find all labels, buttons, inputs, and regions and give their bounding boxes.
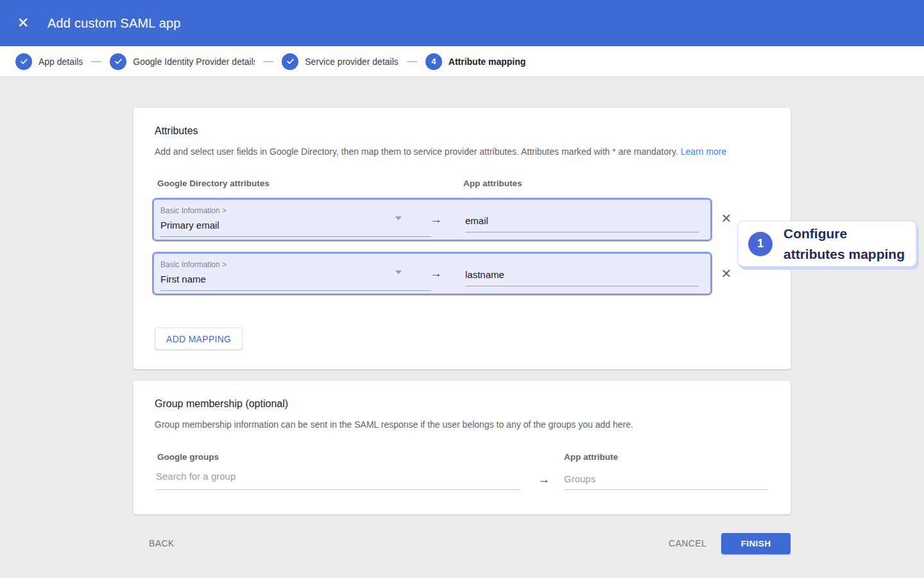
step-separator (407, 61, 417, 62)
group-app-attribute-placeholder: Groups (564, 473, 595, 484)
group-search-input[interactable]: Search for a group (156, 469, 520, 495)
step-google-idp-details[interactable]: Google Identity Provider details (110, 53, 255, 70)
back-button[interactable]: BACK (149, 538, 175, 548)
input-underline (465, 286, 699, 286)
app-header: ✕ Add custom SAML app (0, 0, 924, 46)
column-header-google-groups: Google groups (157, 452, 219, 462)
page-title: Add custom SAML app (47, 16, 181, 31)
app-attribute-input[interactable]: lastname (465, 254, 699, 293)
group-app-attribute-input[interactable]: Groups (564, 473, 767, 499)
group-card-title: Group membership (optional) (155, 398, 288, 410)
input-underline (465, 232, 699, 232)
input-underline (564, 489, 767, 490)
dropdown-arrow-icon (395, 216, 402, 220)
group-membership-card: Group membership (optional) Group member… (133, 381, 791, 514)
remove-mapping-icon[interactable]: ✕ (718, 210, 735, 227)
step-service-provider-details[interactable]: Service provider details (282, 53, 398, 70)
app-attribute-input[interactable]: email (465, 200, 699, 240)
step-app-details[interactable]: App details (15, 53, 83, 70)
select-underline (160, 290, 431, 291)
input-underline (156, 489, 520, 490)
step-attribute-mapping[interactable]: 4 Attribute mapping (425, 53, 526, 70)
step-label: App details (38, 57, 83, 67)
callout-line1: Configure (783, 226, 847, 241)
description-text: Add and select user fields in Google Dir… (155, 146, 678, 157)
group-card-description: Group membership information can be sent… (155, 419, 751, 430)
step-number-badge: 4 (425, 53, 442, 70)
column-header-app-attribute: App attribute (564, 452, 618, 462)
directory-attribute-select[interactable]: Basic Information > Primary email (160, 200, 431, 240)
step-separator (263, 61, 273, 62)
check-circle-icon (282, 53, 298, 70)
mapping-row: Basic Information > Primary email → emai… (152, 198, 712, 241)
cancel-button[interactable]: CANCEL (669, 538, 706, 548)
add-mapping-button[interactable]: ADD MAPPING (155, 328, 243, 350)
arrow-right-icon: → (430, 213, 442, 227)
close-icon[interactable]: ✕ (15, 16, 31, 30)
step-separator (91, 61, 101, 62)
dropdown-arrow-icon (395, 270, 402, 274)
column-header-app-attributes: App attributes (463, 179, 522, 188)
check-circle-icon (15, 53, 32, 70)
attribute-category-label: Basic Information > (160, 260, 227, 269)
callout-text: Configure attributes mapping (783, 223, 905, 265)
attribute-selected-value: Primary email (160, 220, 219, 231)
select-underline (160, 236, 431, 237)
callout-line2: attributes mapping (783, 247, 905, 261)
learn-more-link[interactable]: Learn more (681, 146, 727, 157)
attributes-card-title: Attributes (155, 125, 198, 137)
attribute-selected-value: First name (160, 274, 206, 285)
tutorial-callout: 1 Configure attributes mapping (738, 221, 916, 267)
finish-button[interactable]: FINISH (721, 533, 791, 554)
check-circle-icon (110, 53, 126, 70)
app-attribute-value: lastname (465, 269, 504, 280)
callout-step-badge: 1 (748, 232, 773, 256)
step-label: Attribute mapping (449, 57, 526, 67)
remove-mapping-icon[interactable]: ✕ (718, 265, 735, 282)
wizard-stepper: App details Google Identity Provider det… (0, 46, 924, 77)
app-attribute-value: email (465, 215, 488, 226)
arrow-right-icon: → (430, 267, 442, 281)
step-label: Google Identity Provider details (133, 57, 255, 67)
arrow-right-icon: → (538, 473, 550, 487)
column-header-google-directory: Google Directory attributes (157, 179, 270, 188)
attributes-card: Attributes Add and select user fields in… (133, 108, 791, 369)
attributes-card-description: Add and select user fields in Google Dir… (155, 146, 751, 157)
step-label: Service provider details (305, 57, 398, 67)
mapping-row: Basic Information > First name → lastnam… (152, 252, 712, 295)
directory-attribute-select[interactable]: Basic Information > First name (160, 254, 431, 293)
group-search-placeholder: Search for a group (156, 471, 235, 482)
attribute-category-label: Basic Information > (160, 206, 227, 215)
